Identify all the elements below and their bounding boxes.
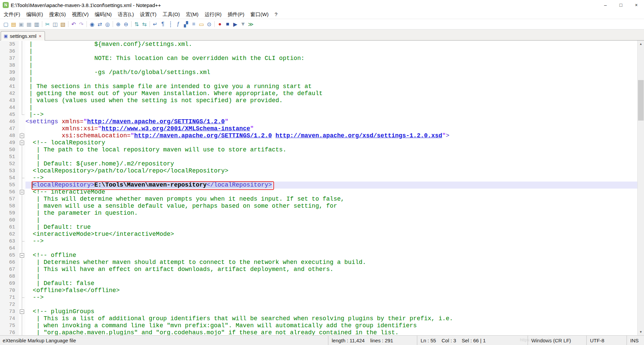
code-text[interactable]: --> (25, 294, 637, 301)
cut-icon[interactable]: ✂ (44, 20, 51, 28)
editor-line-45[interactable]: 45 |--> (0, 111, 637, 118)
code-text[interactable]: | (25, 48, 637, 55)
sync-horizontal-scroll-icon[interactable]: ⇆ (141, 20, 148, 28)
code-text[interactable]: | The sections in this sample file are i… (25, 83, 637, 90)
editor-line-49[interactable]: 49 <!-- localRepository (0, 139, 637, 146)
code-text[interactable]: | (25, 217, 637, 224)
save-file-icon[interactable]: ▣ (17, 20, 25, 28)
scroll-down-icon[interactable]: ▼ (638, 329, 644, 335)
editor-line-39[interactable]: 39 | -gs /path/to/global/settings.xml (0, 69, 637, 76)
code-text[interactable]: | NOTE: This location can be overridden … (25, 55, 637, 62)
maximize-button[interactable]: □ (613, 0, 629, 10)
editor-line-73[interactable]: 73 <!-- pluginGroups (0, 308, 637, 315)
editor-line-52[interactable]: 52 | Default: ${user.home}/.m2/repositor… (0, 160, 637, 167)
code-text[interactable] (25, 245, 637, 252)
editor-line-58[interactable]: 58 | maven will use a sensible default v… (0, 203, 637, 210)
code-text[interactable]: | (25, 104, 637, 111)
code-text[interactable]: <localRepository>E:\Tools\Maven\maven-re… (25, 182, 637, 189)
zoom-in-icon[interactable]: ⊕ (114, 20, 122, 28)
code-text[interactable]: | Default: false (25, 280, 637, 287)
sync-vertical-scroll-icon[interactable]: ⇅ (133, 20, 141, 28)
document-map-icon[interactable]: ▞ (182, 20, 190, 28)
editor-line-64[interactable]: 64 (0, 245, 637, 252)
save-all-icon[interactable]: ▦ (25, 20, 33, 28)
editor-line-66[interactable]: 66 | Determines whether maven should att… (0, 259, 637, 266)
fold-marker-icon[interactable] (19, 252, 25, 259)
editor-line-40[interactable]: 40 | (0, 76, 637, 83)
editor-line-75[interactable]: 75 | when invoking a command line like "… (0, 322, 637, 329)
editor-line-53[interactable]: 53 <localRepository>/path/to/local/repo<… (0, 167, 637, 175)
fold-marker-icon[interactable] (19, 132, 25, 139)
menu-item[interactable]: ? (272, 10, 280, 19)
editor-line-43[interactable]: 43 | values (values used when the settin… (0, 97, 637, 104)
code-text[interactable] (25, 301, 637, 308)
show-indent-guide-icon[interactable]: ┊ (167, 20, 174, 28)
code-text[interactable]: | (25, 62, 637, 69)
editor-line-62[interactable]: 62 <interactiveMode>true</interactiveMod… (0, 231, 637, 238)
editor-line-36[interactable]: 36 | (0, 48, 637, 55)
menu-item[interactable]: 搜索(S) (46, 10, 69, 19)
stop-recording-icon[interactable]: ■ (224, 20, 231, 28)
close-button[interactable]: × (629, 0, 644, 10)
code-text[interactable]: | ${maven.conf}/settings.xml. (25, 41, 637, 48)
code-text[interactable]: <!-- interactiveMode (25, 189, 637, 196)
menu-item[interactable]: 编辑(E) (23, 10, 46, 19)
word-wrap-icon[interactable]: ↵ (151, 20, 159, 28)
new-file-icon[interactable]: ▢ (2, 20, 10, 28)
monitoring-icon[interactable]: ⊙ (205, 20, 213, 28)
editor-line-76[interactable]: 76 | "org.apache.maven.plugins" and "org… (0, 329, 637, 335)
fold-marker-icon[interactable] (19, 189, 25, 196)
editor-line-37[interactable]: 37 | NOTE: This location can be overridd… (0, 55, 637, 62)
menu-item[interactable]: 窗口(W) (247, 10, 271, 19)
menu-item[interactable]: 语言(L) (115, 10, 137, 19)
record-macro-icon[interactable]: ● (216, 20, 224, 28)
code-text[interactable]: xmlns:xsi="http://www.w3.org/2001/XMLSch… (25, 125, 637, 132)
code-text[interactable]: <offline>false</offline> (25, 287, 637, 294)
code-text[interactable]: | This is a list of additional group ide… (25, 315, 637, 322)
code-text[interactable]: | -gs /path/to/global/settings.xml (25, 69, 637, 76)
code-text[interactable]: |--> (25, 111, 637, 118)
code-text[interactable]: <interactiveMode>true</interactiveMode> (25, 231, 637, 238)
editor-line-51[interactable]: 51 | (0, 153, 637, 160)
find-in-files-icon[interactable]: ◎ (104, 20, 111, 28)
code-text[interactable]: | Default: ${user.home}/.m2/repository (25, 160, 637, 167)
show-all-characters-icon[interactable]: ¶ (159, 20, 167, 28)
paste-icon[interactable]: ▧ (59, 20, 67, 28)
code-text[interactable]: <!-- offline (25, 252, 637, 259)
menu-item[interactable]: 宏(M) (183, 10, 202, 19)
editor-line-69[interactable]: 69 | Default: false (0, 280, 637, 287)
play-macro-icon[interactable]: ▶ (231, 20, 239, 28)
document-list-icon[interactable]: ≡ (190, 20, 198, 28)
code-text[interactable]: | This will determine whether maven prom… (25, 196, 637, 203)
zoom-out-icon[interactable]: ⊖ (122, 20, 130, 28)
notepad-plus-plus-icon[interactable]: N (3, 2, 9, 8)
editor-line-54[interactable]: 54 --> (0, 175, 637, 182)
code-text[interactable]: | (25, 273, 637, 280)
vertical-scrollbar[interactable]: ▲ ▼ (637, 41, 644, 335)
menu-item[interactable]: 文件(F) (1, 10, 23, 19)
editor-line-71[interactable]: 71 --> (0, 294, 637, 301)
code-text[interactable]: | Determines whether maven should attemp… (25, 259, 637, 266)
editor-line-60[interactable]: 60 | (0, 217, 637, 224)
code-text[interactable]: | (25, 153, 637, 160)
editor-line-72[interactable]: 72 (0, 301, 637, 308)
editor-line-63[interactable]: 63 --> (0, 238, 637, 245)
folder-as-workspace-icon[interactable]: ▭ (198, 20, 205, 28)
menu-item[interactable]: 编码(N) (92, 10, 115, 19)
minimize-button[interactable]: – (598, 0, 613, 10)
fold-marker-icon[interactable] (19, 308, 25, 315)
editor[interactable]: 35 | ${maven.conf}/settings.xml.36 |37 |… (0, 41, 644, 335)
tab-close-icon[interactable]: × (39, 33, 42, 39)
editor-line-74[interactable]: 74 | This is a list of additional group … (0, 315, 637, 322)
code-text[interactable]: --> (25, 238, 637, 245)
copy-icon[interactable]: ◫ (51, 20, 59, 28)
editor-line-48[interactable]: 48 xsi:schemaLocation="http://maven.apac… (0, 132, 637, 139)
editor-line-35[interactable]: 35 | ${maven.conf}/settings.xml. (0, 41, 637, 48)
scrollbar-thumb[interactable] (638, 80, 644, 121)
code-text[interactable]: <!-- localRepository (25, 139, 637, 146)
code-text[interactable]: | values (values used when the setting i… (25, 97, 637, 104)
find-icon[interactable]: ◉ (88, 20, 96, 28)
fold-marker-icon[interactable] (19, 139, 25, 146)
editor-line-44[interactable]: 44 | (0, 104, 637, 111)
code-text[interactable]: | maven will use a sensible default valu… (25, 203, 637, 210)
